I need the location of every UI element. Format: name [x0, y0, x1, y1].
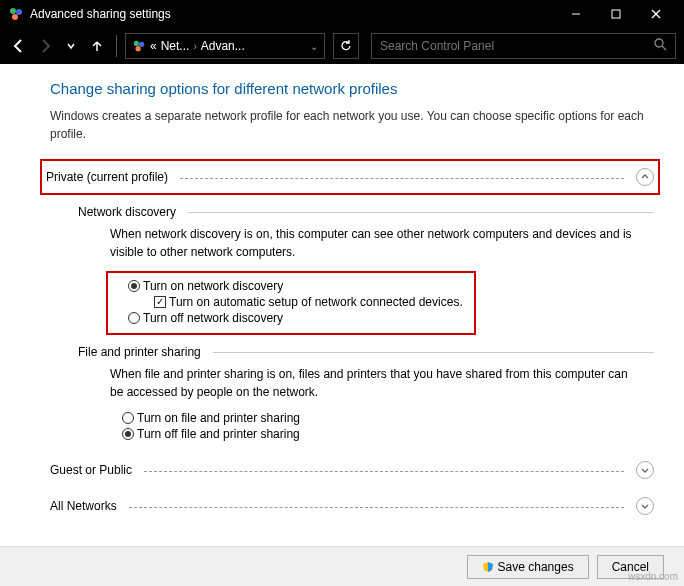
search-input[interactable] [380, 39, 654, 53]
collapse-icon[interactable] [636, 168, 654, 186]
group-network-discovery: Network discovery [78, 205, 654, 219]
save-button[interactable]: Save changes [467, 555, 589, 579]
svg-point-0 [10, 8, 16, 14]
content-area: Change sharing options for different net… [0, 64, 684, 586]
svg-point-7 [134, 41, 139, 46]
title-bar: Advanced sharing settings [0, 0, 684, 28]
page-description: Windows creates a separate network profi… [50, 107, 654, 143]
forward-button[interactable] [34, 35, 56, 57]
radio-discovery-off[interactable]: Turn off network discovery [128, 311, 466, 325]
close-button[interactable] [636, 0, 676, 28]
section-all-networks[interactable]: All Networks [50, 493, 654, 519]
section-private[interactable]: Private (current profile) [46, 164, 654, 190]
app-icon [8, 6, 24, 22]
radio-icon [122, 428, 134, 440]
expand-icon[interactable] [636, 461, 654, 479]
radio-icon [128, 280, 140, 292]
radio-icon [122, 412, 134, 424]
breadcrumb-1[interactable]: Net... [161, 39, 190, 53]
radio-sharing-on[interactable]: Turn on file and printer sharing [122, 411, 634, 425]
svg-point-10 [655, 39, 663, 47]
radio-sharing-off[interactable]: Turn off file and printer sharing [122, 427, 634, 441]
radio-icon [128, 312, 140, 324]
breadcrumb-2[interactable]: Advan... [201, 39, 245, 53]
refresh-button[interactable] [333, 33, 359, 59]
search-icon[interactable] [654, 38, 667, 54]
chevron-down-icon[interactable]: ⌄ [310, 41, 318, 52]
radio-discovery-on[interactable]: Turn on network discovery [128, 279, 466, 293]
minimize-button[interactable] [556, 0, 596, 28]
network-discovery-desc: When network discovery is on, this compu… [110, 225, 634, 261]
expand-icon[interactable] [636, 497, 654, 515]
window-title: Advanced sharing settings [30, 7, 556, 21]
checkbox-auto-setup[interactable]: Turn on automatic setup of network conne… [154, 295, 466, 309]
location-icon [132, 39, 146, 53]
address-bar[interactable]: « Net... › Advan... ⌄ [125, 33, 325, 59]
section-label: Private (current profile) [46, 170, 168, 184]
svg-point-9 [136, 46, 141, 51]
svg-line-11 [662, 46, 666, 50]
checkbox-icon [154, 296, 166, 308]
section-guest-public[interactable]: Guest or Public [50, 457, 654, 483]
group-file-printer-sharing: File and printer sharing [78, 345, 654, 359]
footer-bar: Save changes Cancel [0, 546, 684, 586]
maximize-button[interactable] [596, 0, 636, 28]
svg-point-1 [16, 9, 22, 15]
section-label: All Networks [50, 499, 117, 513]
cancel-button[interactable]: Cancel [597, 555, 664, 579]
file-sharing-desc: When file and printer sharing is on, fil… [110, 365, 634, 401]
back-button[interactable] [8, 35, 30, 57]
chevron-right-icon: › [193, 41, 196, 52]
up-button[interactable] [86, 35, 108, 57]
page-title: Change sharing options for different net… [50, 80, 654, 97]
recent-dropdown[interactable] [60, 35, 82, 57]
section-label: Guest or Public [50, 463, 132, 477]
nav-bar: « Net... › Advan... ⌄ [0, 28, 684, 64]
shield-icon [482, 561, 494, 573]
svg-rect-4 [612, 10, 620, 18]
svg-point-8 [139, 42, 144, 47]
svg-point-2 [12, 14, 18, 20]
search-box[interactable] [371, 33, 676, 59]
